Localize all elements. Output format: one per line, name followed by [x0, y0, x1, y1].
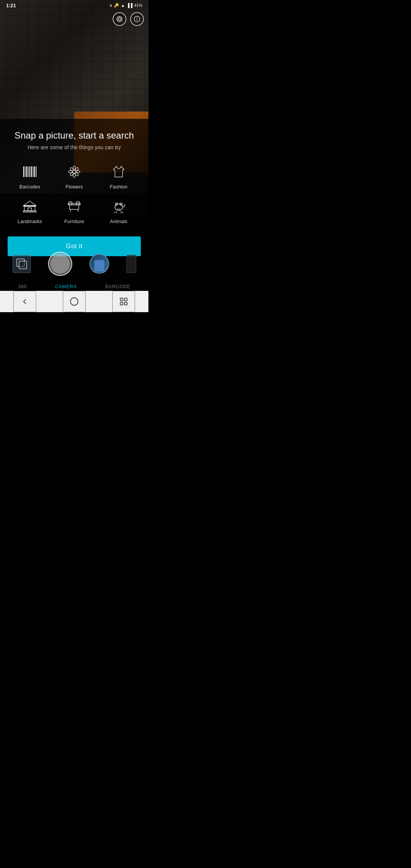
svg-rect-5	[23, 166, 24, 177]
category-landmarks[interactable]: Landmarks	[8, 194, 52, 227]
svg-rect-11	[33, 166, 33, 177]
animals-label: Animals	[110, 219, 127, 224]
gallery-button[interactable]	[13, 255, 31, 273]
bluetooth-icon: ⎈	[110, 3, 112, 8]
flowers-label: Flowers	[65, 184, 83, 190]
bottom-controls	[0, 252, 148, 276]
svg-point-1	[117, 16, 122, 22]
nav-home-button[interactable]	[63, 291, 86, 312]
barcode-icon	[21, 163, 39, 181]
svg-rect-13	[36, 166, 37, 177]
nav-back-button[interactable]	[13, 291, 36, 312]
shutter-button[interactable]	[48, 252, 72, 276]
status-time: 1:21	[6, 3, 16, 8]
status-icons: ⎈ 🔑 ▲ ▐▐ 41%	[110, 3, 142, 8]
lens-switch-icon[interactable]	[113, 12, 126, 26]
battery-text: 41%	[134, 3, 142, 8]
svg-rect-36	[70, 205, 79, 209]
shutter-inner	[50, 254, 70, 274]
recent-photo-button[interactable]	[89, 254, 109, 274]
extra-button[interactable]	[126, 255, 136, 273]
svg-marker-33	[24, 201, 36, 206]
screen: 1:21 ⎈ 🔑 ▲ ▐▐ 41% Snap a picture,	[0, 0, 148, 312]
svg-rect-54	[124, 302, 127, 305]
info-icon[interactable]	[130, 12, 144, 26]
nav-bar	[0, 291, 148, 312]
category-barcodes[interactable]: Barcodes	[8, 160, 52, 193]
top-toolbar	[113, 12, 144, 26]
category-flowers[interactable]: Flowers	[52, 160, 97, 193]
barcodes-label: Barcodes	[19, 184, 40, 190]
furniture-label: Furniture	[64, 219, 84, 224]
overlay-panel: Snap a picture, start a search Here are …	[0, 119, 148, 265]
svg-rect-24	[24, 206, 35, 211]
mode-camera[interactable]: CAMERA	[55, 284, 77, 289]
key-icon: 🔑	[114, 3, 119, 8]
svg-rect-34	[28, 208, 32, 211]
landmark-icon	[21, 197, 39, 215]
category-animals[interactable]: Animals	[96, 194, 141, 227]
svg-rect-49	[19, 261, 27, 269]
flower-icon	[65, 163, 83, 181]
svg-rect-52	[124, 298, 127, 301]
svg-rect-51	[120, 298, 123, 301]
animal-icon	[110, 197, 128, 215]
nav-recents-button[interactable]	[112, 291, 135, 312]
svg-rect-53	[120, 302, 123, 305]
mode-360[interactable]: 360	[18, 284, 27, 289]
category-fashion[interactable]: Fashion	[96, 160, 141, 193]
fashion-label: Fashion	[110, 184, 127, 190]
chair-thumb	[94, 260, 104, 271]
furniture-icon	[65, 197, 83, 215]
svg-rect-12	[34, 166, 35, 177]
svg-rect-8	[28, 166, 29, 177]
svg-rect-10	[31, 166, 32, 177]
svg-rect-6	[25, 166, 26, 177]
mode-barcode[interactable]: BARCODE	[105, 284, 130, 289]
signal-icon: ▐▐	[126, 3, 132, 8]
svg-rect-7	[26, 166, 27, 177]
wifi-icon: ▲	[121, 3, 125, 8]
fashion-icon	[110, 163, 128, 181]
category-furniture[interactable]: Furniture	[52, 194, 97, 227]
overlay-title: Snap a picture, start a search	[8, 129, 141, 141]
svg-rect-9	[29, 166, 30, 177]
landmarks-label: Landmarks	[18, 219, 42, 224]
category-grid: Barcodes Flow	[8, 160, 141, 227]
overlay-subtitle: Here are some of the things you can try	[8, 144, 141, 150]
mode-bar: 360 CAMERA BARCODE	[0, 284, 148, 289]
status-bar: 1:21 ⎈ 🔑 ▲ ▐▐ 41%	[0, 0, 148, 11]
svg-point-0	[118, 18, 121, 20]
svg-point-50	[70, 298, 78, 305]
